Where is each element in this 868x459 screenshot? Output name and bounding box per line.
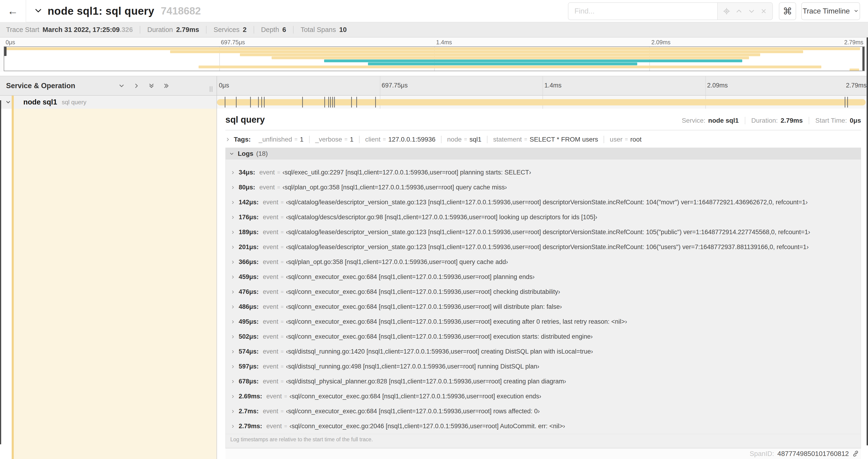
minimap-left-scrubber[interactable] (4, 47, 6, 56)
span-id-row: SpanID: 4877749850101760812 (225, 448, 861, 459)
log-entry[interactable]: 189μs: event = ‹sql/catalog/lease/descri… (226, 225, 861, 240)
log-entry[interactable]: 142μs: event = ‹sql/catalog/lease/descri… (226, 195, 861, 210)
log-marker-tick[interactable] (225, 97, 225, 107)
log-entry[interactable]: 574μs: event = ‹sql/distsql_running.go:1… (226, 344, 861, 359)
expand-one-icon[interactable] (133, 82, 140, 89)
log-marker-tick[interactable] (845, 97, 845, 107)
log-marker-tick[interactable] (332, 97, 333, 107)
log-marker-tick[interactable] (250, 97, 251, 107)
log-field-value: ‹sql/plan_opt.go:358 [nsql1,client=127.0… (286, 258, 508, 266)
log-entry[interactable]: 2.7ms: event = ‹sql/conn_executor_exec.g… (226, 404, 861, 419)
log-entry[interactable]: 80μs: event = ‹sql/plan_opt.go:358 [nsql… (226, 180, 861, 195)
span-id-value: 4877749850101760812 (777, 450, 849, 458)
ruler-tick-label: 0μs (217, 82, 229, 89)
log-entry[interactable]: 2.79ms: event = ‹sql/conn_executor_exec.… (226, 419, 861, 434)
service-operation-title: Service & Operation (6, 81, 75, 90)
chevron-right-icon (231, 275, 235, 279)
chevron-right-icon (231, 170, 235, 175)
summary-label: Depth (261, 26, 279, 34)
logs-header[interactable]: Logs (18) (226, 148, 861, 160)
chevron-right-icon (231, 335, 235, 339)
span-name-cell[interactable]: node sql1 sql query (0, 96, 217, 109)
locate-icon[interactable] (723, 8, 730, 15)
log-field-key: event (263, 288, 278, 296)
log-field-value: ‹sql/plan_opt.go:358 [nsql1,client=127.0… (282, 184, 507, 191)
equals-sign: = (464, 136, 467, 142)
minimap-ruler-label: 697.75μs (219, 39, 245, 46)
log-field-value: ‹sql/conn_executor_exec.go:684 [nsql1,cl… (286, 408, 540, 415)
chevron-right-icon (231, 380, 235, 384)
equals-sign: = (281, 379, 284, 385)
collapse-title-chevron-icon[interactable] (34, 6, 42, 15)
log-timestamp: 2.69ms: (239, 393, 262, 400)
collapse-all-icon[interactable] (148, 82, 155, 89)
log-entry[interactable]: 486μs: event = ‹sql/conn_executor_exec.g… (226, 299, 861, 315)
collapse-one-icon[interactable] (118, 82, 125, 89)
back-button[interactable]: ← (0, 0, 26, 22)
log-field-key: event (267, 423, 282, 430)
keyboard-shortcuts-button[interactable]: ⌘ (779, 2, 796, 20)
log-timestamp: 201μs: (239, 243, 259, 251)
expand-all-icon[interactable] (163, 82, 170, 89)
span-meta-item: Duration: 2.79ms (745, 117, 803, 124)
log-entry[interactable]: 678μs: event = ‹sql/distsql_physical_pla… (226, 374, 861, 389)
column-resize-handle[interactable] (210, 86, 212, 92)
find-next-icon[interactable] (748, 8, 755, 15)
span-row[interactable]: node sql1 sql query (0, 96, 868, 109)
find-group (568, 2, 773, 20)
equals-sign: = (277, 185, 280, 191)
log-marker-tick[interactable] (375, 97, 376, 107)
left-edge-scrollbar[interactable] (0, 100, 1, 444)
log-marker-tick[interactable] (330, 97, 331, 107)
log-entry[interactable]: 597μs: event = ‹sql/distsql_running.go:4… (226, 359, 861, 374)
log-marker-tick[interactable] (302, 97, 303, 107)
log-entry[interactable]: 366μs: event = ‹sql/plan_opt.go:358 [nsq… (226, 255, 861, 270)
minimap-ruler-label: 0μs (4, 39, 15, 46)
deep-link-icon[interactable] (852, 450, 859, 457)
log-entry[interactable]: 476μs: event = ‹sql/conn_executor_exec.g… (226, 285, 861, 299)
view-selector-button[interactable]: Trace Timeline (801, 2, 860, 20)
chevron-right-icon (231, 320, 235, 324)
log-field-value: ‹sql/catalog/lease/descriptor_version_st… (286, 243, 809, 251)
log-field-key: event (263, 303, 278, 310)
log-marker-tick[interactable] (261, 97, 262, 107)
span-timeline-cell[interactable] (217, 96, 868, 109)
log-entry[interactable]: 502μs: event = ‹sql/conn_executor_exec.g… (226, 329, 861, 344)
find-prev-icon[interactable] (736, 8, 742, 15)
log-marker-tick[interactable] (264, 97, 265, 107)
log-entry[interactable]: 34μs: event = ‹sql/exec_util.go:2297 [ns… (226, 165, 861, 180)
log-marker-tick[interactable] (328, 97, 329, 107)
chevron-right-icon (225, 137, 230, 142)
log-marker-tick[interactable] (847, 97, 848, 107)
tag-item: _verbose = 1 (309, 136, 359, 143)
find-clear-icon[interactable] (761, 8, 767, 14)
span-meta-item: Start Time: 0μs (809, 117, 861, 124)
equals-sign: = (281, 349, 284, 355)
log-marker-tick[interactable] (334, 97, 335, 107)
span-duration-bar[interactable] (217, 99, 866, 105)
log-marker-tick[interactable] (236, 97, 237, 107)
vertical-scrollbar[interactable] (867, 37, 868, 446)
log-field-key: event (263, 333, 278, 340)
span-collapse-chevron-icon[interactable] (5, 99, 11, 105)
log-marker-tick[interactable] (324, 97, 325, 107)
equals-sign: = (281, 214, 284, 220)
log-entry[interactable]: 201μs: event = ‹sql/catalog/lease/descri… (226, 240, 861, 255)
log-marker-tick[interactable] (356, 97, 357, 107)
minimap-right-scrubber[interactable] (862, 47, 865, 71)
find-input[interactable] (568, 2, 717, 20)
tags-row[interactable]: Tags: _unfinished = 1 _verbose = 1 (225, 135, 861, 144)
log-marker-tick[interactable] (351, 97, 352, 107)
tag-value: 1 (350, 136, 353, 143)
logs-count: (18) (256, 150, 268, 157)
span-meta-value: 2.79ms (780, 117, 803, 124)
log-entry[interactable]: 459μs: event = ‹sql/conn_executor_exec.g… (226, 270, 861, 285)
log-marker-tick[interactable] (258, 97, 259, 107)
log-entry[interactable]: 495μs: event = ‹sql/conn_executor_exec.g… (226, 315, 861, 329)
minimap-canvas[interactable] (4, 46, 865, 71)
tag-key: statement (493, 136, 522, 143)
log-field-key: event (263, 243, 278, 251)
log-entry[interactable]: 176μs: event = ‹sql/catalog/descs/descri… (226, 210, 861, 225)
log-entry[interactable]: 2.69ms: event = ‹sql/conn_executor_exec.… (226, 389, 861, 404)
span-meta-label: Service: (682, 117, 705, 124)
